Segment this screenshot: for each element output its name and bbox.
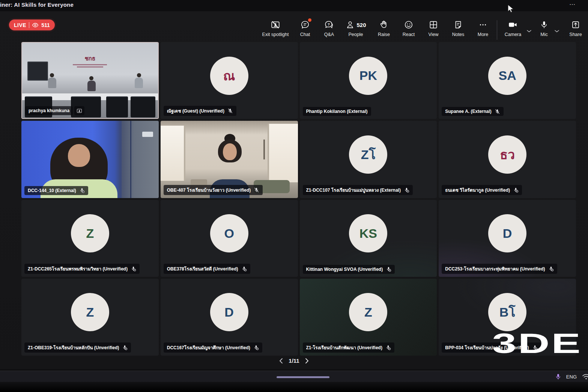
participant-tile-z1-dcc265[interactable]: Z Z1-DCC265โรงเรียนพรหมพิรามวิทยา (Unver… bbox=[21, 200, 159, 277]
mic-icon bbox=[540, 20, 549, 30]
mic-muted-icon bbox=[495, 109, 500, 114]
wifi-icon[interactable] bbox=[582, 373, 588, 380]
participant-tile-dcc253[interactable]: D DCC253-โรงเรียนบางกระทุ่มพิทยาคม (Unve… bbox=[439, 200, 576, 277]
share-button[interactable]: Share bbox=[565, 20, 586, 37]
participant-tile-z1-dcc107[interactable]: Zโ Z1-DCC107 โรงเรียนบ้านแม่ปูนหลวง (Ext… bbox=[300, 121, 437, 198]
live-viewer-count: 511 bbox=[41, 22, 50, 28]
participant-tile-thanadet[interactable]: ธว ธนเดช วิไลรัตนากูล (Unverified) bbox=[439, 121, 576, 198]
mic-chevron-icon[interactable] bbox=[554, 28, 559, 37]
page-next-button[interactable] bbox=[305, 358, 309, 364]
share-icon bbox=[571, 20, 580, 30]
horizontal-scrollbar-thumb[interactable] bbox=[277, 376, 329, 378]
svg-text:?: ? bbox=[328, 22, 330, 26]
avatar: Z bbox=[349, 293, 387, 331]
qa-button[interactable]: ? Q&A bbox=[317, 20, 341, 37]
more-ellipsis-icon bbox=[478, 20, 488, 30]
react-button[interactable]: React bbox=[397, 20, 420, 37]
room-person-figure bbox=[87, 76, 96, 91]
avatar: ณ bbox=[210, 57, 248, 95]
participant-name-label: Kittinan Wongyai SVOA (Unverified) bbox=[306, 267, 383, 272]
grid-pagination: 1/11 bbox=[0, 357, 588, 364]
room-person-figure bbox=[135, 73, 143, 88]
notes-button[interactable]: Notes bbox=[447, 20, 470, 37]
mic-button[interactable]: Mic bbox=[535, 20, 553, 37]
camera-icon bbox=[508, 20, 518, 30]
bde-watermark-logo: 3DE bbox=[492, 329, 582, 357]
view-button[interactable]: View bbox=[422, 20, 445, 37]
live-badge: LIVE 511 bbox=[9, 20, 55, 30]
camera-chevron-icon[interactable] bbox=[526, 28, 532, 37]
participant-name-label: DCC-144_10 (External) bbox=[28, 188, 76, 193]
taskbar: ENG bbox=[0, 371, 588, 382]
avatar: ธว bbox=[488, 135, 526, 174]
raise-hand-button[interactable]: Raise bbox=[372, 20, 396, 37]
room-tv bbox=[27, 62, 48, 80]
mic-disabled-icon bbox=[385, 345, 391, 350]
participant-name-label: ธนเดช วิไลรัตนากูล (Unverified) bbox=[445, 186, 510, 194]
meeting-screen: iner: AI Skills for Everyone ⋯ LIVE 511 … bbox=[0, 0, 588, 392]
people-icon bbox=[345, 20, 355, 30]
participant-tile-obe-407[interactable]: OBE-407 โรงเรียนบ้านวังยาว (Unverified) bbox=[161, 121, 298, 198]
exit-spotlight-button[interactable]: Exit spotlight bbox=[260, 20, 291, 37]
avatar: D bbox=[488, 214, 526, 252]
avatar: D bbox=[210, 293, 248, 331]
mic-disabled-icon bbox=[548, 266, 554, 272]
avatar: SA bbox=[488, 57, 526, 95]
participant-name-label: Supanee A. (External) bbox=[445, 109, 492, 114]
participant-name-label: Z1-DCC107 โรงเรียนบ้านแม่ปูนหลวง (Extern… bbox=[306, 186, 401, 194]
viewers-eye-icon bbox=[32, 23, 39, 28]
avatar: Bโ bbox=[488, 293, 526, 331]
avatar: O bbox=[210, 214, 248, 252]
mic-control: Mic bbox=[535, 20, 560, 37]
room-wall-sign: ชกธ bbox=[70, 54, 111, 68]
participant-tile-obe378[interactable]: O OBE378โรงเรียนสวัสดี (Unverified) bbox=[161, 200, 298, 277]
live-divider bbox=[29, 22, 29, 28]
avatar: Z bbox=[71, 293, 109, 331]
avatar: Z bbox=[71, 214, 109, 252]
participant-tile-dcc-144[interactable]: DCC-144_10 (External) bbox=[21, 121, 159, 198]
participant-tile-natthadet[interactable]: ณ ณัฐเดช (Guest) (Unverified) bbox=[161, 42, 298, 119]
participant-name-label: OBE378โรงเรียนสวัสดี (Unverified) bbox=[167, 265, 238, 272]
room-monitor bbox=[106, 96, 128, 117]
participant-name-label: ณัฐเดช (Guest) (Unverified) bbox=[167, 107, 224, 114]
people-button[interactable]: 520 People bbox=[341, 20, 371, 37]
language-indicator[interactable]: ENG bbox=[566, 374, 577, 380]
mic-muted-icon bbox=[254, 187, 259, 193]
participant-tile-z1-sakpattana[interactable]: Z Z1-โรงเรียนบ้านสักพัฒนา (Unverified) bbox=[300, 279, 437, 356]
window-more-icon[interactable]: ⋯ bbox=[569, 1, 576, 8]
notes-icon bbox=[453, 20, 463, 30]
participant-tile-dcc167[interactable]: D DCC167โรงเรียนมัญจาศึกษา (Unverified) bbox=[161, 279, 298, 356]
tray-mic-in-use-icon[interactable] bbox=[555, 373, 561, 380]
chat-button[interactable]: Chat bbox=[293, 20, 317, 37]
more-button[interactable]: More bbox=[471, 20, 495, 37]
mic-disabled-icon bbox=[404, 187, 409, 193]
room-monitor bbox=[131, 96, 155, 117]
avatar: PK bbox=[349, 57, 387, 95]
mic-disabled-icon bbox=[241, 266, 247, 272]
system-tray: ENG bbox=[555, 371, 588, 382]
react-smiley-icon bbox=[404, 20, 414, 30]
exit-spotlight-icon bbox=[271, 20, 280, 30]
participant-name-label: Phantip Kokilanon (External) bbox=[306, 109, 368, 114]
mic-disabled-icon bbox=[253, 345, 259, 350]
participant-tile-supanee[interactable]: SA Supanee A. (External) bbox=[439, 42, 576, 119]
window-title: iner: AI Skills for Everyone bbox=[0, 2, 74, 8]
avatar: KS bbox=[349, 214, 387, 252]
participant-tile-z1-obe319[interactable]: Z Z1-OBE319-โรงเรียนบ้านหลักปัน (Unverif… bbox=[21, 279, 159, 356]
raise-hand-icon bbox=[379, 20, 389, 30]
participant-name-label: DCC167โรงเรียนมัญจาศึกษา (Unverified) bbox=[167, 344, 250, 351]
page-previous-button[interactable] bbox=[279, 358, 283, 364]
participant-tile-prachya-khumkuna[interactable]: ชกธ prachya khumkuna bbox=[21, 42, 159, 119]
view-grid-icon bbox=[429, 20, 438, 30]
participant-tile-phantip[interactable]: PK Phantip Kokilanon (External) bbox=[300, 42, 437, 119]
window-titlebar: iner: AI Skills for Everyone ⋯ bbox=[0, 0, 588, 11]
page-indicator: 1/11 bbox=[289, 357, 299, 364]
mouse-cursor bbox=[507, 5, 514, 15]
camera-button[interactable]: Camera bbox=[501, 20, 525, 37]
chat-icon bbox=[300, 20, 310, 30]
participant-tile-kittinan[interactable]: KS Kittinan Wongyai SVOA (Unverified) bbox=[300, 200, 437, 277]
participant-name-label: Z1-DCC265โรงเรียนพรหมพิรามวิทยา (Unverif… bbox=[28, 265, 128, 272]
live-label: LIVE bbox=[14, 22, 26, 28]
mic-disabled-icon bbox=[513, 187, 519, 193]
screen-bezel bbox=[0, 382, 588, 392]
